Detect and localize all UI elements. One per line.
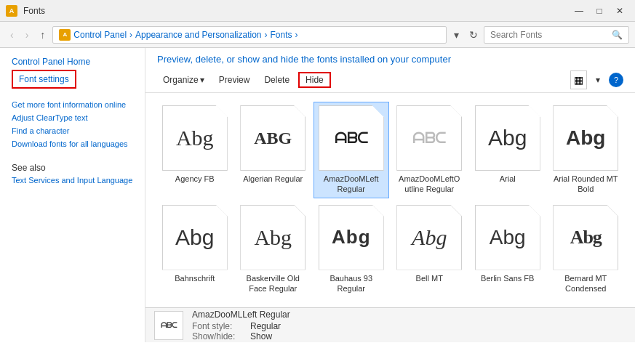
font-preview-text: Abg	[332, 226, 371, 248]
font-item[interactable]: AbgBahnschrift	[157, 201, 233, 298]
font-preview-text: Abg	[490, 226, 526, 249]
search-input[interactable]	[490, 30, 609, 40]
font-item[interactable]: AbgBauhaus 93 Regular	[313, 201, 389, 298]
show-hide-value: Show	[250, 331, 290, 341]
breadcrumb-control-panel[interactable]: Control Panel	[73, 30, 127, 40]
font-item[interactable]: AbgBerlin Sans FB	[470, 201, 546, 298]
font-preview-text: ᗩᗷᑕ	[335, 129, 368, 147]
title-text: Fonts	[23, 6, 45, 16]
font-name-label: Algerian Regular	[243, 174, 303, 184]
forward-button[interactable]: ›	[21, 26, 33, 44]
header-text: Preview, delete, or show and hide the fo…	[157, 54, 623, 65]
font-item[interactable]: ᗩᗷᑕAmazDooMLeftO utline Regular	[392, 102, 468, 198]
font-preview-text: Abg	[412, 225, 447, 250]
font-item[interactable]: AbgBernard MT Condensed	[548, 201, 624, 298]
nav-bar: ‹ › ↑ A Control Panel › Appearance and P…	[0, 22, 635, 48]
title-bar: A Fonts — □ ✕	[0, 0, 635, 22]
status-meta: Font style: Regular Show/hide: Show	[192, 321, 290, 341]
refresh-button[interactable]: ↻	[466, 26, 481, 44]
breadcrumb-icon: A	[59, 29, 71, 41]
font-item[interactable]: ᗩᗷᑕAmazDooMLeft Regular	[313, 102, 389, 198]
font-preview-text: Abg	[488, 126, 527, 150]
font-item[interactable]: AbgArial Rounded MT Bold	[548, 102, 624, 198]
toolbar: Organize ▾ Preview Delete Hide ▦ ▾ ?	[145, 68, 635, 93]
control-panel-home-link[interactable]: Control Panel Home	[12, 57, 133, 67]
font-name-label: Baskerville Old Face Regular	[239, 273, 308, 294]
see-also-title: See also	[12, 163, 133, 173]
more-font-info-link[interactable]: Get more font information online	[12, 100, 133, 109]
status-preview: ᗩᗷᑕ	[154, 311, 183, 340]
dropdown-button[interactable]: ▾	[450, 26, 463, 44]
search-icon: 🔍	[612, 30, 623, 40]
content-area: Preview, delete, or show and hide the fo…	[145, 48, 635, 342]
font-preview-text: Abg	[570, 227, 602, 248]
font-settings-link[interactable]: Font settings	[19, 74, 69, 84]
view-button[interactable]: ▦	[570, 70, 587, 89]
font-preview-text: Abg	[176, 126, 214, 150]
adjust-cleartype-link[interactable]: Adjust ClearType text	[12, 113, 133, 122]
close-button[interactable]: ✕	[610, 4, 629, 18]
font-name-label: Bauhaus 93 Regular	[317, 273, 386, 294]
help-button[interactable]: ?	[609, 73, 623, 87]
font-item[interactable]: AbgArial	[470, 102, 546, 198]
toolbar-right: ▦ ▾ ?	[570, 70, 623, 89]
font-name-label: Agency FB	[175, 174, 215, 184]
breadcrumb: A Control Panel › Appearance and Persona…	[52, 26, 447, 44]
download-fonts-link[interactable]: Download fonts for all languages	[12, 139, 133, 148]
font-settings-box[interactable]: Font settings	[12, 70, 76, 89]
font-item[interactable]: AbgAgency FB	[157, 102, 233, 198]
font-style-label: Font style:	[192, 321, 244, 331]
font-preview-text: Abg	[254, 225, 292, 250]
back-button[interactable]: ‹	[6, 26, 18, 44]
status-font-name: AmazDooMLLeft Regular	[192, 310, 290, 320]
font-preview-text: ᗩᗷᑕ	[412, 129, 446, 147]
status-preview-text: ᗩᗷᑕ	[161, 321, 177, 330]
font-preview-text: Abg	[566, 126, 605, 150]
breadcrumb-current: Fonts	[271, 30, 292, 40]
minimize-button[interactable]: —	[570, 4, 588, 18]
search-box: 🔍	[484, 26, 629, 44]
delete-button[interactable]: Delete	[258, 72, 295, 88]
font-name-label: Bahnschrift	[175, 273, 215, 283]
font-style-value: Regular	[250, 321, 290, 331]
status-info: AmazDooMLLeft Regular Font style: Regula…	[192, 310, 290, 341]
breadcrumb-appearance[interactable]: Appearance and Personalization	[135, 30, 261, 40]
font-item[interactable]: ABGAlgerian Regular	[236, 102, 311, 198]
font-name-label: Arial Rounded MT Bold	[552, 174, 620, 195]
app-icon: A	[6, 5, 17, 17]
font-name-label: Bernard MT Condensed	[552, 273, 620, 294]
view-dropdown-button[interactable]: ▾	[590, 72, 606, 88]
up-button[interactable]: ↑	[36, 26, 49, 44]
window-controls: — □ ✕	[570, 4, 629, 18]
preview-button[interactable]: Preview	[213, 72, 256, 88]
main-layout: Control Panel Home Font settings Get mor…	[0, 48, 635, 342]
show-hide-label: Show/hide:	[192, 331, 244, 341]
font-name-label: Bell MT	[416, 273, 443, 283]
font-name-label: Berlin Sans FB	[481, 273, 534, 283]
maximize-button[interactable]: □	[590, 4, 609, 18]
font-item[interactable]: AbgBaskerville Old Face Regular	[236, 201, 311, 298]
find-character-link[interactable]: Find a character	[12, 126, 133, 135]
hide-button[interactable]: Hide	[298, 72, 331, 88]
status-bar: ᗩᗷᑕ AmazDooMLLeft Regular Font style: Re…	[145, 307, 635, 342]
organize-dropdown-icon: ▾	[200, 75, 204, 85]
text-services-link[interactable]: Text Services and Input Language	[12, 176, 133, 185]
sidebar: Control Panel Home Font settings Get mor…	[0, 48, 145, 342]
font-name-label: AmazDooMLeftO utline Regular	[396, 174, 464, 195]
organize-button[interactable]: Organize ▾	[157, 72, 210, 88]
content-header: Preview, delete, or show and hide the fo…	[145, 48, 635, 68]
font-preview-text: Abg	[175, 225, 214, 250]
font-preview-text: ABG	[254, 129, 292, 148]
font-item[interactable]: AbgBell MT	[392, 201, 468, 298]
fonts-grid: AbgAgency FBABGAlgerian RegularᗩᗷᑕAmazDo…	[145, 93, 635, 307]
font-name-label: Arial	[500, 174, 516, 184]
font-name-label: AmazDooMLeft Regular	[317, 174, 386, 195]
